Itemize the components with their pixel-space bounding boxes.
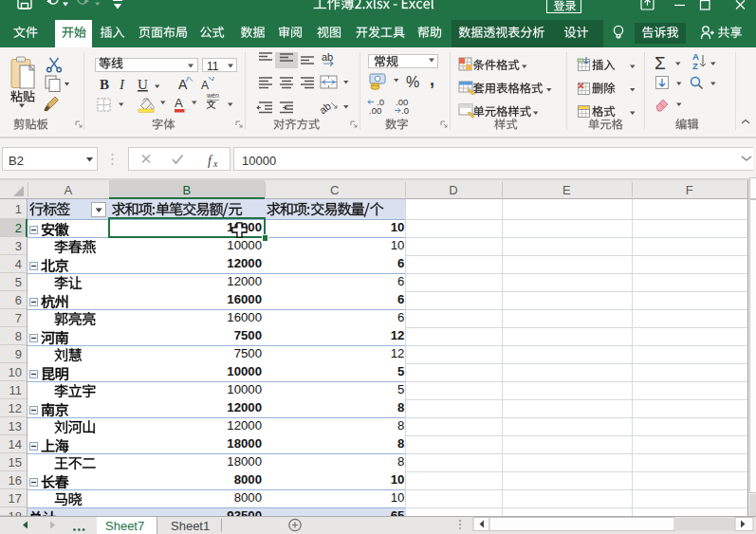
svg-text:.0: .0	[401, 105, 409, 116]
svg-text:,: ,	[430, 70, 434, 89]
svg-text:x: x	[212, 158, 218, 169]
svg-text:%: %	[406, 74, 419, 90]
svg-text:I: I	[119, 77, 125, 92]
svg-text:U: U	[138, 77, 148, 92]
svg-text:B: B	[100, 77, 109, 92]
svg-text:A: A	[178, 77, 188, 92]
svg-text:ab: ab	[317, 100, 333, 116]
svg-text:A: A	[175, 96, 183, 110]
svg-text:.00: .00	[369, 105, 381, 116]
svg-text:ab: ab	[322, 51, 333, 63]
svg-text:A: A	[201, 79, 209, 92]
svg-text:Z: Z	[692, 61, 698, 71]
svg-text:Σ: Σ	[655, 53, 666, 73]
